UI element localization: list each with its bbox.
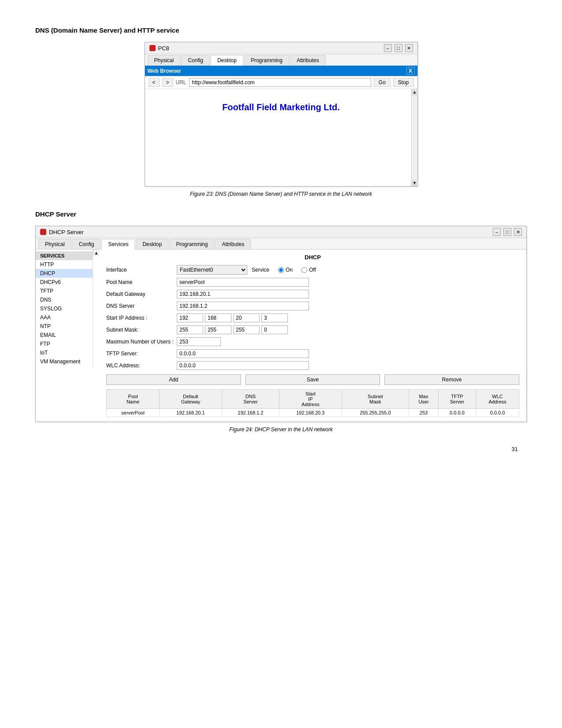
max-users-input[interactable] [177,337,221,346]
col-default-gateway: DefaultGateway [160,390,222,409]
service-item-http[interactable]: HTTP [36,260,93,269]
tftp-server-input[interactable] [177,349,309,358]
service-off-label[interactable]: Off [301,267,316,273]
dhcp-tab-desktop[interactable]: Desktop [136,239,168,249]
subnet-1[interactable] [177,325,203,334]
save-button[interactable]: Save [246,374,380,385]
browser-close-button[interactable]: X [406,67,415,75]
start-ip-1[interactable] [177,314,203,322]
cell-wlc-address: 0.0.0.0 [476,409,519,417]
service-item-dhcpv6[interactable]: DHCPv6 [36,278,93,287]
sidebar-scroll-up[interactable]: ▲ [93,250,100,256]
wlc-address-input[interactable] [177,361,309,370]
dhcp-tab-bar: Physical Config Services Desktop Program… [36,238,526,250]
max-users-label: Maximum Number of Users : [106,339,177,345]
col-wlc-address: WLCAddress [476,390,519,409]
service-on-label[interactable]: On [278,267,293,273]
close-button[interactable]: ✕ [405,44,413,52]
dns-titlebar-left: PC8 [149,45,169,52]
stop-button[interactable]: Stop [393,78,414,87]
interface-select[interactable]: FastEthernet0 [177,265,247,275]
tab-attributes[interactable]: Attributes [290,55,326,65]
dhcp-actions: Add Save Remove [106,374,519,385]
service-item-ntp[interactable]: NTP [36,322,93,331]
dhcp-icon [40,229,46,235]
subnet-3[interactable] [233,325,260,334]
max-users-row: Maximum Number of Users : [106,337,519,346]
tab-physical[interactable]: Physical [148,55,181,65]
back-button[interactable]: < [149,78,160,87]
cell-default-gateway: 192.168.20.1 [160,409,222,417]
figure1-caption: Figure 23: DNS (Domain Name Server) and … [35,191,527,197]
service-item-email[interactable]: EMAIL [36,331,93,340]
cell-subnet-mask: 255.255.255.0 [342,409,409,417]
col-pool-name: PoolName [107,390,160,409]
service-item-vm[interactable]: VM Management [36,357,93,366]
dhcp-close-button[interactable]: ✕ [514,228,522,236]
wlc-address-label: WLC Address: [106,362,177,369]
tab-desktop[interactable]: Desktop [211,55,243,66]
forward-button[interactable]: > [162,78,173,87]
col-tftp-server: TFTPServer [438,390,476,409]
service-item-ftp[interactable]: FTP [36,340,93,348]
service-label: Service [252,267,269,273]
services-sidebar: SERVICES HTTP DHCP DHCPv6 TFTP DNS SYSLO… [36,250,93,368]
maximize-button[interactable]: □ [395,44,402,52]
browser-page-content: Footfall Field Marketing Ltd. [154,102,409,112]
minimize-button[interactable]: – [384,44,392,52]
dhcp-minimize-button[interactable]: – [493,228,501,236]
sidebar-container: SERVICES HTTP DHCP DHCPv6 TFTP DNS SYSLO… [36,250,99,422]
page-number: 31 [35,446,527,452]
go-button[interactable]: Go [374,78,391,87]
dhcp-window-controls: – □ ✕ [493,228,522,236]
pool-name-row: Pool Name [106,278,519,287]
dhcp-section: DHCP Server DHCP Server – □ ✕ Physical C… [35,210,527,433]
dns-server-input[interactable] [177,302,309,310]
dns-window: PC8 – □ ✕ Physical Config Desktop Progra… [145,42,418,187]
dhcp-tab-programming[interactable]: Programming [169,239,214,249]
cell-tftp-server: 0.0.0.0 [438,409,476,417]
remove-button[interactable]: Remove [384,374,519,385]
service-on-text: On [286,267,293,273]
subnet-inputs [177,325,288,334]
service-item-dhcp[interactable]: DHCP [36,269,93,278]
scroll-up-button[interactable]: ▲ [412,89,418,95]
tab-programming[interactable]: Programming [244,55,289,65]
col-start-ip: StartIPAddress [279,390,342,409]
default-gateway-input[interactable] [177,290,309,299]
start-ip-3[interactable] [233,314,260,322]
service-radio-group: Service On Off [252,267,316,273]
interface-row: Interface FastEthernet0 Service On [106,265,519,275]
table-header-row: PoolName DefaultGateway DNSServer StartI… [107,390,519,409]
subnet-2[interactable] [205,325,231,334]
service-item-aaa[interactable]: AAA [36,313,93,322]
service-item-dns[interactable]: DNS [36,295,93,304]
sidebar-scrollbar[interactable]: ▲ [93,250,99,256]
dhcp-tab-attributes[interactable]: Attributes [215,239,251,249]
service-item-syslog[interactable]: SYSLOG [36,304,93,313]
dns-tab-bar: Physical Config Desktop Programming Attr… [145,54,417,66]
url-input[interactable] [189,78,371,87]
start-ip-inputs [177,314,288,322]
dhcp-form-title: DHCP [106,254,519,261]
subnet-mask-label: Subnet Mask: [106,327,177,333]
dhcp-maximize-button[interactable]: □ [503,228,511,236]
dhcp-tab-services[interactable]: Services [101,239,135,250]
scroll-down-button[interactable]: ▼ [412,180,418,186]
add-button[interactable]: Add [106,374,241,385]
subnet-4[interactable] [261,325,288,334]
dhcp-tab-config[interactable]: Config [72,239,101,249]
dhcp-titlebar-left: DHCP Server [40,229,84,235]
table-row: serverPool 192.168.20.1 192.168.1.2 192.… [107,409,519,417]
pool-name-input[interactable] [177,278,309,287]
tab-config[interactable]: Config [181,55,210,65]
start-ip-4[interactable] [261,314,288,322]
start-ip-2[interactable] [205,314,231,322]
service-off-radio[interactable] [301,267,307,273]
service-item-iot[interactable]: IoT [36,348,93,357]
pc-icon [149,45,156,51]
browser-scrollbar[interactable]: ▲ ▼ [411,89,417,186]
service-on-radio[interactable] [278,267,284,273]
service-item-tftp[interactable]: TFTP [36,287,93,295]
dhcp-tab-physical[interactable]: Physical [38,239,71,249]
